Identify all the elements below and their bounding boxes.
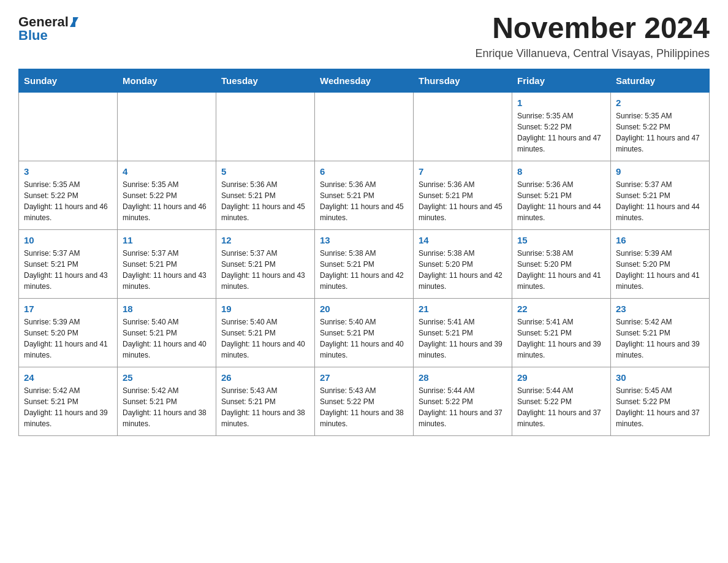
calendar-day-cell: 28Sunrise: 5:44 AMSunset: 5:22 PMDayligh… — [414, 367, 512, 435]
calendar-table: SundayMondayTuesdayWednesdayThursdayFrid… — [18, 69, 710, 436]
calendar-day-cell: 5Sunrise: 5:36 AMSunset: 5:21 PMDaylight… — [216, 161, 315, 229]
calendar-day-header: Sunday — [19, 69, 118, 92]
day-number: 21 — [419, 304, 507, 314]
calendar-day-cell: 21Sunrise: 5:41 AMSunset: 5:21 PMDayligh… — [414, 298, 512, 367]
day-number: 13 — [320, 235, 408, 245]
calendar-day-cell: 3Sunrise: 5:35 AMSunset: 5:22 PMDaylight… — [19, 161, 118, 229]
calendar-day-cell: 25Sunrise: 5:42 AMSunset: 5:21 PMDayligh… — [118, 367, 216, 435]
day-info: Sunrise: 5:37 AMSunset: 5:21 PMDaylight:… — [221, 248, 309, 292]
day-info: Sunrise: 5:35 AMSunset: 5:22 PMDaylight:… — [123, 179, 211, 223]
page-header: General Blue November 2024 Enrique Villa… — [18, 12, 710, 60]
day-number: 5 — [221, 166, 309, 177]
day-number: 24 — [24, 372, 112, 383]
day-number: 4 — [123, 166, 211, 177]
calendar-day-header: Tuesday — [216, 69, 315, 92]
day-number: 12 — [221, 235, 309, 245]
calendar-day-cell: 11Sunrise: 5:37 AMSunset: 5:21 PMDayligh… — [118, 229, 216, 298]
day-info: Sunrise: 5:37 AMSunset: 5:21 PMDaylight:… — [123, 248, 211, 292]
day-number: 25 — [123, 372, 211, 383]
day-number: 6 — [320, 166, 408, 177]
calendar-day-cell: 6Sunrise: 5:36 AMSunset: 5:21 PMDaylight… — [315, 161, 414, 229]
calendar-week-row: 10Sunrise: 5:37 AMSunset: 5:21 PMDayligh… — [19, 229, 710, 298]
day-info: Sunrise: 5:42 AMSunset: 5:21 PMDaylight:… — [616, 316, 704, 361]
calendar-day-header: Monday — [118, 69, 216, 92]
day-number: 8 — [517, 166, 605, 177]
logo: General Blue — [18, 12, 78, 42]
calendar-day-cell: 8Sunrise: 5:36 AMSunset: 5:21 PMDaylight… — [512, 161, 611, 229]
day-info: Sunrise: 5:37 AMSunset: 5:21 PMDaylight:… — [616, 179, 704, 223]
day-info: Sunrise: 5:38 AMSunset: 5:21 PMDaylight:… — [320, 248, 408, 292]
title-section: November 2024 Enrique Villanueva, Centra… — [475, 12, 710, 60]
day-info: Sunrise: 5:35 AMSunset: 5:22 PMDaylight:… — [517, 110, 605, 155]
day-info: Sunrise: 5:42 AMSunset: 5:21 PMDaylight:… — [24, 385, 112, 429]
calendar-day-cell: 13Sunrise: 5:38 AMSunset: 5:21 PMDayligh… — [315, 229, 414, 298]
calendar-day-cell: 2Sunrise: 5:35 AMSunset: 5:22 PMDaylight… — [611, 92, 710, 161]
day-number: 30 — [616, 372, 704, 383]
day-info: Sunrise: 5:39 AMSunset: 5:20 PMDaylight:… — [616, 248, 704, 292]
calendar-day-cell: 16Sunrise: 5:39 AMSunset: 5:20 PMDayligh… — [611, 229, 710, 298]
calendar-day-cell — [414, 92, 512, 161]
calendar-day-header: Wednesday — [315, 69, 414, 92]
day-info: Sunrise: 5:35 AMSunset: 5:22 PMDaylight:… — [616, 110, 704, 155]
day-number: 11 — [123, 235, 211, 245]
day-number: 29 — [517, 372, 605, 383]
day-number: 14 — [419, 235, 507, 245]
calendar-day-cell — [216, 92, 315, 161]
calendar-header-row: SundayMondayTuesdayWednesdayThursdayFrid… — [19, 69, 710, 92]
calendar-week-row: 24Sunrise: 5:42 AMSunset: 5:21 PMDayligh… — [19, 367, 710, 435]
calendar-day-cell: 1Sunrise: 5:35 AMSunset: 5:22 PMDaylight… — [512, 92, 611, 161]
calendar-day-cell: 22Sunrise: 5:41 AMSunset: 5:21 PMDayligh… — [512, 298, 611, 367]
calendar-day-cell: 26Sunrise: 5:43 AMSunset: 5:21 PMDayligh… — [216, 367, 315, 435]
calendar-day-cell — [19, 92, 118, 161]
day-number: 20 — [320, 304, 408, 314]
day-number: 22 — [517, 304, 605, 314]
calendar-day-cell: 9Sunrise: 5:37 AMSunset: 5:21 PMDaylight… — [611, 161, 710, 229]
calendar-day-cell: 23Sunrise: 5:42 AMSunset: 5:21 PMDayligh… — [611, 298, 710, 367]
calendar-day-cell: 29Sunrise: 5:44 AMSunset: 5:22 PMDayligh… — [512, 367, 611, 435]
calendar-day-cell: 17Sunrise: 5:39 AMSunset: 5:20 PMDayligh… — [19, 298, 118, 367]
day-info: Sunrise: 5:39 AMSunset: 5:20 PMDaylight:… — [24, 316, 112, 361]
calendar-day-cell: 14Sunrise: 5:38 AMSunset: 5:20 PMDayligh… — [414, 229, 512, 298]
calendar-day-header: Saturday — [611, 69, 710, 92]
month-title: November 2024 — [475, 12, 710, 45]
calendar-day-cell: 7Sunrise: 5:36 AMSunset: 5:21 PMDaylight… — [414, 161, 512, 229]
day-info: Sunrise: 5:40 AMSunset: 5:21 PMDaylight:… — [320, 316, 408, 361]
day-info: Sunrise: 5:45 AMSunset: 5:22 PMDaylight:… — [616, 385, 704, 429]
day-info: Sunrise: 5:35 AMSunset: 5:22 PMDaylight:… — [24, 179, 112, 223]
calendar-day-cell: 27Sunrise: 5:43 AMSunset: 5:22 PMDayligh… — [315, 367, 414, 435]
day-info: Sunrise: 5:44 AMSunset: 5:22 PMDaylight:… — [517, 385, 605, 429]
day-info: Sunrise: 5:36 AMSunset: 5:21 PMDaylight:… — [320, 179, 408, 223]
calendar-day-cell — [315, 92, 414, 161]
day-info: Sunrise: 5:36 AMSunset: 5:21 PMDaylight:… — [419, 179, 507, 223]
calendar-day-cell: 19Sunrise: 5:40 AMSunset: 5:21 PMDayligh… — [216, 298, 315, 367]
day-number: 15 — [517, 235, 605, 245]
day-info: Sunrise: 5:40 AMSunset: 5:21 PMDaylight:… — [221, 316, 309, 361]
calendar-day-cell: 20Sunrise: 5:40 AMSunset: 5:21 PMDayligh… — [315, 298, 414, 367]
day-number: 18 — [123, 304, 211, 314]
calendar-day-cell — [118, 92, 216, 161]
day-info: Sunrise: 5:37 AMSunset: 5:21 PMDaylight:… — [24, 248, 112, 292]
day-number: 16 — [616, 235, 704, 245]
day-number: 1 — [517, 98, 605, 108]
calendar-day-cell: 24Sunrise: 5:42 AMSunset: 5:21 PMDayligh… — [19, 367, 118, 435]
day-info: Sunrise: 5:38 AMSunset: 5:20 PMDaylight:… — [419, 248, 507, 292]
logo-blue-text: Blue — [18, 29, 48, 42]
day-number: 17 — [24, 304, 112, 314]
day-info: Sunrise: 5:43 AMSunset: 5:22 PMDaylight:… — [320, 385, 408, 429]
day-info: Sunrise: 5:44 AMSunset: 5:22 PMDaylight:… — [419, 385, 507, 429]
calendar-week-row: 17Sunrise: 5:39 AMSunset: 5:20 PMDayligh… — [19, 298, 710, 367]
day-number: 19 — [221, 304, 309, 314]
subtitle: Enrique Villanueva, Central Visayas, Phi… — [475, 47, 710, 60]
calendar-week-row: 3Sunrise: 5:35 AMSunset: 5:22 PMDaylight… — [19, 161, 710, 229]
day-number: 23 — [616, 304, 704, 314]
day-number: 3 — [24, 166, 112, 177]
day-info: Sunrise: 5:36 AMSunset: 5:21 PMDaylight:… — [517, 179, 605, 223]
calendar-day-cell: 4Sunrise: 5:35 AMSunset: 5:22 PMDaylight… — [118, 161, 216, 229]
day-info: Sunrise: 5:38 AMSunset: 5:20 PMDaylight:… — [517, 248, 605, 292]
day-info: Sunrise: 5:42 AMSunset: 5:21 PMDaylight:… — [123, 385, 211, 429]
calendar-day-cell: 12Sunrise: 5:37 AMSunset: 5:21 PMDayligh… — [216, 229, 315, 298]
day-number: 28 — [419, 372, 507, 383]
calendar-day-cell: 18Sunrise: 5:40 AMSunset: 5:21 PMDayligh… — [118, 298, 216, 367]
day-info: Sunrise: 5:43 AMSunset: 5:21 PMDaylight:… — [221, 385, 309, 429]
day-number: 26 — [221, 372, 309, 383]
